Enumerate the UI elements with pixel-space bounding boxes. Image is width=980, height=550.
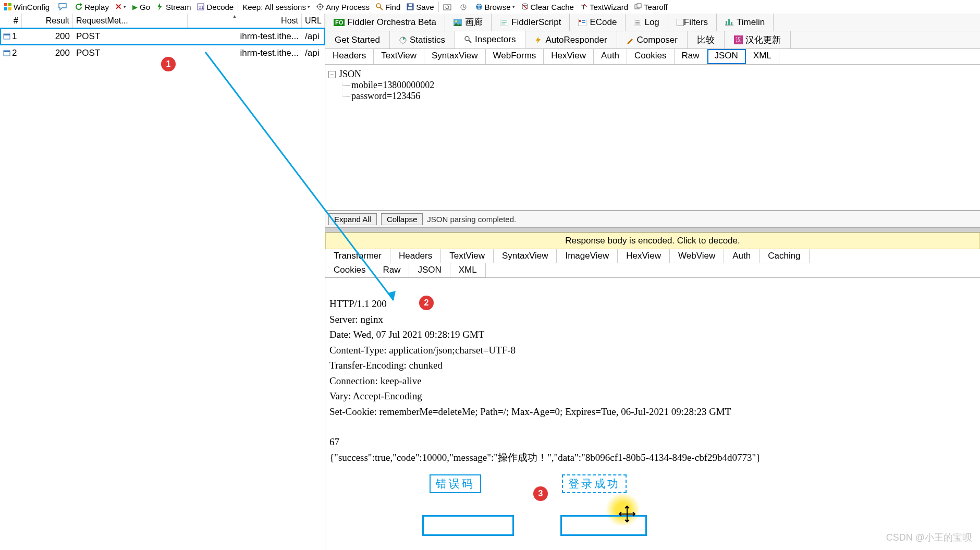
save-label: Save — [416, 3, 434, 11]
parse-status: JSON parsing completed. — [427, 215, 516, 224]
stream-button[interactable]: Stream — [153, 1, 194, 13]
tab-orchestra[interactable]: FO Fiddler Orchestra Beta — [325, 14, 445, 31]
svg-point-12 — [376, 4, 381, 8]
tearoff-button[interactable]: Tearoff — [631, 1, 671, 13]
resp-tab-cookies[interactable]: Cookies — [325, 263, 374, 277]
screenshot-button[interactable] — [440, 1, 457, 13]
session-result: 200 — [22, 48, 73, 58]
response-raw-view[interactable]: HTTP/1.1 200 Server: nginx Date: Wed, 07… — [325, 278, 980, 550]
textwizard-label: TextWizard — [590, 3, 628, 11]
col-num[interactable]: # — [0, 14, 22, 28]
clearcache-button[interactable]: Clear Cache — [518, 1, 577, 13]
anyprocess-button[interactable]: Any Process — [313, 1, 373, 13]
tab-gallery[interactable]: 画廊 — [445, 14, 492, 31]
svg-rect-16 — [409, 4, 412, 6]
main-toolbar: WinConfig Replay ✕▾ ▶ Go Stream 01Decode… — [0, 0, 980, 14]
resp-tab-transformer[interactable]: Transformer — [325, 249, 390, 263]
tab-filters[interactable]: Filters — [668, 14, 717, 31]
decode-banner[interactable]: Response body is encoded. Click to decod… — [325, 233, 980, 249]
col-host[interactable]: Host — [188, 14, 302, 28]
collapse-button[interactable]: Collapse — [381, 213, 423, 225]
resp-tab-caching[interactable]: Caching — [760, 249, 809, 263]
resp-tab-syntaxview[interactable]: SyntaxView — [494, 249, 557, 263]
svg-rect-0 — [4, 3, 7, 6]
tree-collapse-icon[interactable]: − — [328, 71, 336, 78]
replay-button[interactable]: Replay — [72, 1, 112, 13]
tab-hanhua[interactable]: 汉 汉化更新 — [725, 31, 791, 48]
req-tab-json[interactable]: JSON — [707, 49, 746, 64]
clearcache-label: Clear Cache — [531, 3, 574, 11]
svg-rect-15 — [408, 7, 412, 9]
tab-statistics[interactable]: Statistics — [390, 31, 455, 48]
tab-compare[interactable]: 比较 — [688, 31, 725, 48]
resp-tab-xml[interactable]: XML — [450, 263, 486, 277]
tab-getstarted[interactable]: Get Started — [325, 31, 390, 48]
resp-tab-auth[interactable]: Auth — [724, 249, 760, 263]
session-host: ihrm-test.ithe... — [188, 31, 302, 42]
go-label: Go — [140, 3, 150, 11]
svg-text:01: 01 — [199, 5, 204, 10]
req-tab-xml[interactable]: XML — [746, 49, 779, 64]
session-url: /api — [302, 31, 325, 42]
svg-rect-48 — [726, 21, 727, 25]
annotation-badge-1: 1 — [161, 57, 176, 71]
session-result: 200 — [22, 31, 73, 42]
tab-autoresponder[interactable]: AutoResponder — [525, 31, 617, 48]
remove-button[interactable]: ✕▾ — [112, 1, 129, 13]
move-cursor-icon — [618, 505, 636, 523]
col-url[interactable]: URL — [302, 14, 325, 28]
session-icon — [3, 33, 10, 40]
req-tab-webforms[interactable]: WebForms — [486, 49, 544, 64]
req-tab-headers[interactable]: Headers — [325, 49, 374, 64]
session-row[interactable]: 1 200 POST ihrm-test.ithe... /api — [0, 28, 325, 45]
json-field: password=123456 — [351, 91, 977, 102]
tab-ecode[interactable]: ECode — [570, 14, 626, 31]
svg-rect-49 — [728, 19, 730, 25]
tab-timeline[interactable]: Timelin — [717, 14, 774, 31]
tab-log[interactable]: Log — [626, 14, 668, 31]
tab-composer[interactable]: Composer — [617, 31, 688, 48]
browse-button[interactable]: Browse▾ — [472, 1, 518, 13]
col-result[interactable]: Result — [22, 14, 73, 28]
resp-tab-imageview[interactable]: ImageView — [557, 249, 618, 263]
req-tab-textview[interactable]: TextView — [374, 49, 424, 64]
req-tab-hexview[interactable]: HexView — [544, 49, 594, 64]
go-button[interactable]: ▶ Go — [129, 1, 153, 13]
resp-tab-textview[interactable]: TextView — [441, 249, 494, 263]
svg-rect-40 — [579, 20, 581, 22]
textwizard-button[interactable]: TTextWizard — [577, 1, 631, 13]
req-tab-syntaxview[interactable]: SyntaxView — [424, 49, 486, 64]
session-icon — [3, 50, 10, 57]
highlight-code — [422, 515, 514, 536]
col-method[interactable]: RequestMet... — [73, 14, 188, 28]
find-label: Find — [385, 3, 400, 11]
svg-rect-28 — [637, 4, 641, 8]
winconfig-button[interactable]: WinConfig — [1, 1, 53, 13]
keep-dropdown[interactable]: Keep: All sessions▾ — [239, 1, 313, 13]
req-tab-auth[interactable]: Auth — [594, 49, 627, 64]
resp-tab-json[interactable]: JSON — [409, 263, 450, 277]
resp-tab-hexview[interactable]: HexView — [618, 249, 670, 263]
req-tab-cookies[interactable]: Cookies — [627, 49, 674, 64]
decode-label: Decode — [206, 3, 234, 11]
resp-tab-headers[interactable]: Headers — [390, 249, 441, 263]
expand-all-button[interactable]: Expand All — [328, 213, 377, 225]
svg-rect-50 — [731, 22, 732, 25]
decode-button[interactable]: 01Decode — [194, 1, 237, 13]
svg-rect-42 — [582, 22, 585, 23]
req-tab-raw[interactable]: Raw — [675, 49, 707, 64]
resp-tab-raw[interactable]: Raw — [374, 263, 409, 277]
svg-line-24 — [523, 5, 527, 9]
find-button[interactable]: Find — [373, 1, 403, 13]
svg-rect-1 — [8, 3, 11, 6]
session-columns: # Result RequestMet... Host URL ▴ — [0, 14, 325, 28]
resp-tab-webview[interactable]: WebView — [670, 249, 724, 263]
watermark: CSDN @小王的宝呗 — [886, 531, 972, 544]
svg-point-18 — [446, 6, 449, 9]
save-button[interactable]: Save — [403, 1, 437, 13]
tab-inspectors[interactable]: Inspectors — [455, 31, 525, 48]
comment-button[interactable] — [55, 1, 72, 13]
tab-fiddlerscript[interactable]: FiddlerScript — [492, 14, 570, 31]
splitter[interactable] — [325, 227, 980, 233]
timer-button[interactable] — [457, 1, 472, 13]
